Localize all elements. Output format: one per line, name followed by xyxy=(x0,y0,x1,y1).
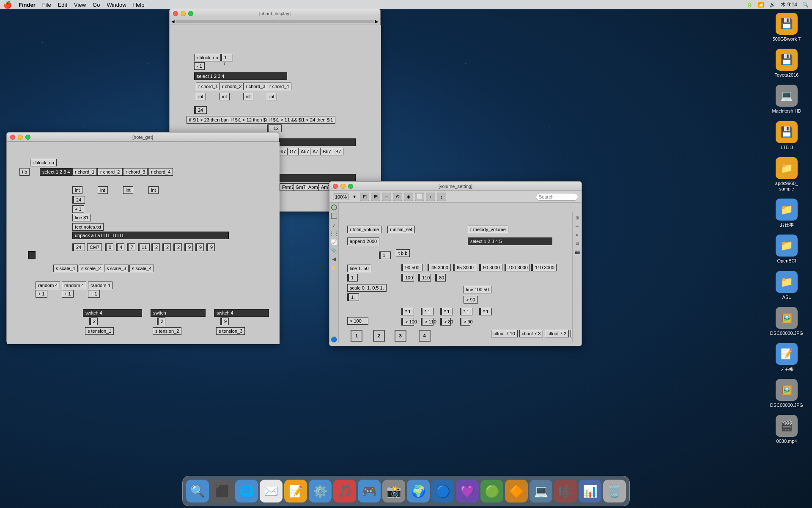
desktop-icon-1tb[interactable]: 💾 1TB-3 xyxy=(770,121,804,150)
pd-r-block-no[interactable]: r block_no xyxy=(194,54,221,61)
pd-select-1234[interactable]: select 1 2 3 4 xyxy=(194,72,287,80)
dock-icon-5[interactable]: 🌍 xyxy=(407,480,430,502)
dock-mail[interactable]: ✉️ xyxy=(260,480,283,502)
note-r-chord-4[interactable]: r chord_4 xyxy=(148,168,173,176)
dock-icon-7[interactable]: 💜 xyxy=(456,480,479,502)
note-val-11[interactable]: 11 xyxy=(138,243,150,251)
vol-tb-btn-1[interactable]: ⊡ xyxy=(360,193,369,201)
pd-a7[interactable]: A7 xyxy=(310,148,321,155)
volume-close-btn[interactable] xyxy=(333,184,338,189)
note-t-b[interactable]: t b xyxy=(19,168,30,176)
pd-r-chord-2[interactable]: r chord_2 xyxy=(219,83,244,90)
vol-65-3000[interactable]: 65 3000 xyxy=(453,264,476,271)
note-val-2[interactable]: 2 xyxy=(151,243,160,251)
desktop-icon-dsc2[interactable]: 🖼️ DSC00000.JPG xyxy=(770,379,804,408)
dock-icon-3[interactable]: 🎮 xyxy=(358,480,381,502)
note-max-btn[interactable] xyxy=(25,135,30,140)
desktop-icon-memo[interactable]: 📝 メモ帳 xyxy=(770,343,804,372)
vol-90-3000[interactable]: 90 3000 xyxy=(479,264,502,271)
desktop-icon-openbci[interactable]: 📁 OpenBCI xyxy=(770,235,804,264)
note-toggle[interactable] xyxy=(28,251,36,259)
vol-tb-btn-7[interactable]: + xyxy=(426,193,435,201)
note-s-scale-4[interactable]: s scale_4 xyxy=(129,265,154,272)
menubar-go[interactable]: Go xyxy=(93,2,100,8)
dock-icon-1[interactable]: ⚙️ xyxy=(309,480,332,502)
vol-tb-btn-5[interactable]: ◈ xyxy=(404,193,413,201)
vol-r-total-volume[interactable]: r total_volume xyxy=(347,226,381,233)
note-switch4-1[interactable]: switch 4 xyxy=(83,309,142,317)
note-s-scale-1[interactable]: s scale_1 xyxy=(53,265,78,272)
vol-num-100[interactable]: 100 xyxy=(401,274,414,282)
vol-mul1-5[interactable]: * 1. xyxy=(479,308,492,315)
note-min-btn[interactable] xyxy=(18,135,23,140)
menubar-edit[interactable]: Edit xyxy=(58,2,67,8)
desktop-icon-500gb[interactable]: 💾 500GBwork 7 xyxy=(770,13,804,42)
desktop-icon-mp4[interactable]: 🎬 0030.mp4 xyxy=(770,415,804,444)
note-val-24[interactable]: 24 xyxy=(72,243,85,251)
note-plus1-2[interactable]: + 1 xyxy=(62,290,74,298)
note-val-cm7[interactable]: CM7 xyxy=(87,243,102,251)
vol-line-100-50[interactable]: line 100 50 xyxy=(464,286,491,293)
vol-chord-num[interactable]: 3 xyxy=(395,330,406,342)
note-s-tension-3[interactable]: s tension_3 xyxy=(216,327,245,335)
vol-num-1-2[interactable]: 1. xyxy=(347,274,358,282)
pd-num-24[interactable]: 24 xyxy=(194,106,207,114)
menubar-file[interactable]: File xyxy=(42,2,51,8)
note-int-4[interactable]: int xyxy=(148,186,159,194)
vol-mul1-2[interactable]: * 1. xyxy=(421,308,433,315)
note-unpack[interactable]: unpack a l a l l l l l l l l l l xyxy=(72,232,229,239)
vol-zoom-level[interactable]: 100% xyxy=(333,193,349,200)
vol-left-icon-1[interactable] xyxy=(331,204,337,210)
note-int-1[interactable]: int xyxy=(72,186,82,194)
volume-min-btn[interactable] xyxy=(340,184,346,189)
vol-t-b-b[interactable]: t b b xyxy=(396,249,410,257)
dock-icon-4[interactable]: 📸 xyxy=(382,480,405,502)
note-text-notes[interactable]: text notes.txt xyxy=(72,223,104,231)
pd-int-3[interactable]: int xyxy=(243,93,253,100)
side-btn-4[interactable]: ⊡ xyxy=(573,239,581,247)
note-val-9b[interactable]: 9 xyxy=(195,243,204,251)
vol-left-icon-2[interactable] xyxy=(331,213,337,219)
vol-left-icon-6[interactable]: 📎 xyxy=(331,248,337,254)
vol-gt-110[interactable]: > 110 xyxy=(421,318,433,326)
vol-mul1-4[interactable]: * 1. xyxy=(460,308,472,315)
dock-finder[interactable]: 🔍 xyxy=(186,480,209,502)
chord-min-btn[interactable] xyxy=(181,11,186,16)
desktop-icon-toyota[interactable]: 💾 Toyota2016 xyxy=(770,49,804,78)
note-val-7[interactable]: 7 xyxy=(127,243,135,251)
note-r-chord-2[interactable]: r chord_2 xyxy=(98,168,122,176)
menubar-help[interactable]: Help xyxy=(133,2,145,8)
note-num2-1[interactable]: 2 xyxy=(89,318,98,325)
dock-icon-12[interactable]: 📊 xyxy=(579,480,601,502)
vol-gt-80[interactable]: > 80 xyxy=(440,318,451,326)
dock-icon-8[interactable]: 🟢 xyxy=(480,480,503,502)
pd-num-1[interactable]: 1 xyxy=(220,54,233,61)
pd-bb7[interactable]: Bb7 xyxy=(320,148,334,155)
note-s-tension-1[interactable]: s tension_1 xyxy=(85,327,114,335)
vol-ctlout-72[interactable]: ctlout 7 2 xyxy=(545,330,569,337)
dock-browser[interactable]: 🌐 xyxy=(235,480,258,502)
chord-close-btn[interactable] xyxy=(173,11,178,16)
vol-left-icon-9[interactable]: 🔵 xyxy=(331,337,337,342)
vol-left-icon-5[interactable]: 📈 xyxy=(331,239,337,245)
note-int-3[interactable]: int xyxy=(123,186,133,194)
vol-left-icon-7[interactable]: ◀ xyxy=(332,256,336,262)
pd-int-2[interactable]: int xyxy=(219,93,230,100)
vol-num-110[interactable]: 110 xyxy=(418,274,431,282)
pd-r-chord-4[interactable]: r chord_4 xyxy=(267,83,291,90)
chord-scrollbar-top[interactable]: ◀ ▶ xyxy=(170,18,380,25)
pd-g7[interactable]: G7 xyxy=(287,148,299,155)
vol-num-100-display[interactable]: > 100 xyxy=(347,317,368,325)
note-random4-1[interactable]: random 4 xyxy=(36,282,60,289)
dock-icon-9[interactable]: 🔶 xyxy=(505,480,528,502)
side-btn-1[interactable]: ⊞ xyxy=(573,214,581,221)
dock-icon-10[interactable]: 💻 xyxy=(529,480,552,502)
note-plus1-1[interactable]: + 1 xyxy=(36,290,47,298)
vol-left-icon-8[interactable]: ⚡ xyxy=(331,265,337,271)
note-val-9[interactable]: 9 xyxy=(184,243,193,251)
side-btn-2[interactable]: ═ xyxy=(573,222,581,230)
note-s-scale-3[interactable]: s scale_3 xyxy=(104,265,129,272)
vol-ctlout-710[interactable]: ctlout 7 10 xyxy=(491,330,518,337)
note-val-2c[interactable]: 2 xyxy=(173,243,182,251)
vol-drums-num[interactable]: 1 xyxy=(351,330,362,342)
